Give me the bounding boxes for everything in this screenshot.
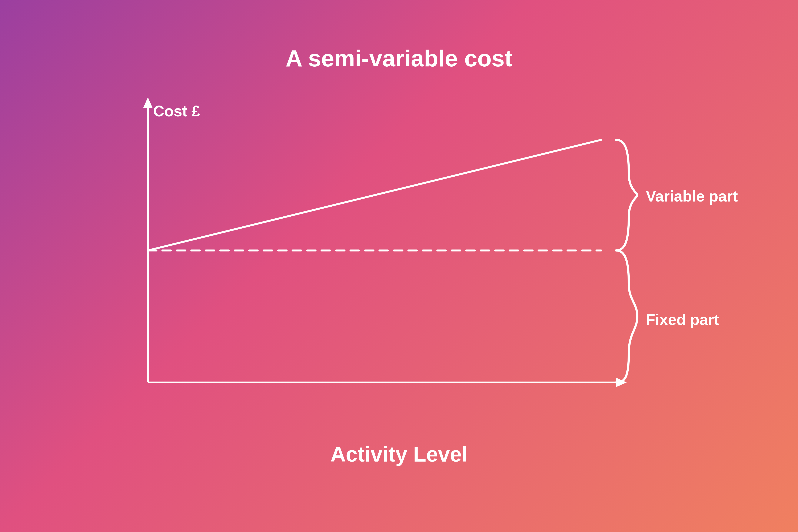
svg-text:Cost £: Cost £ — [153, 102, 200, 119]
activity-level-label: Activity Level — [330, 442, 468, 467]
chart-container: A semi-variable cost Cost £ — [58, 32, 740, 500]
svg-text:Fixed part: Fixed part — [646, 311, 719, 328]
svg-line-5 — [148, 140, 601, 250]
svg-marker-1 — [143, 97, 153, 108]
chart-body: Cost £ Variable part Fixed part — [58, 89, 740, 500]
chart-area: Cost £ Variable part Fixed part — [101, 89, 697, 429]
chart-title: A semi-variable cost — [286, 45, 512, 72]
canvas: A semi-variable cost Cost £ — [0, 0, 798, 532]
chart-svg: Cost £ Variable part Fixed part — [101, 89, 697, 429]
svg-text:Variable part: Variable part — [646, 188, 738, 205]
